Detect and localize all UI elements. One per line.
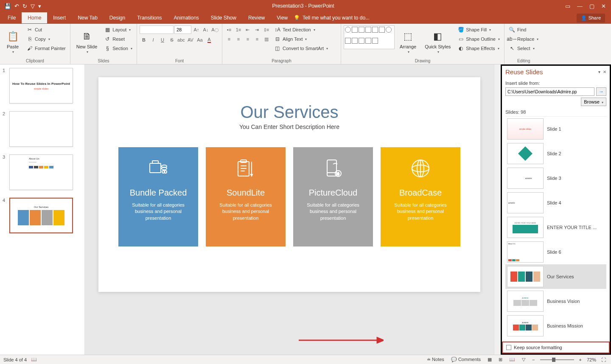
shape-fill-button[interactable]: 🪣Shape Fill▾: [456, 25, 502, 34]
slideshow-view-button[interactable]: ▽: [520, 357, 527, 362]
italic-button[interactable]: I: [149, 36, 157, 44]
reuse-go-button[interactable]: →: [596, 87, 606, 96]
reading-view-button[interactable]: 📖: [507, 357, 517, 362]
minimize-icon[interactable]: —: [577, 3, 583, 9]
reuse-item-4[interactable]: ADMIRESlide 4: [505, 190, 606, 215]
sorter-view-button[interactable]: ⊞: [497, 357, 504, 362]
close-icon[interactable]: ✕: [601, 3, 606, 9]
normal-view-button[interactable]: ▦: [486, 357, 493, 362]
shape-outline-button[interactable]: ▭Shape Outline▾: [456, 35, 502, 43]
zoom-out-button[interactable]: −: [530, 357, 536, 362]
tab-insert[interactable]: Insert: [47, 12, 72, 23]
reuse-slides-list[interactable]: simple slidesSlide 1 Slide 2 ADMIRESlide…: [505, 116, 606, 339]
align-center-button[interactable]: ≡: [234, 35, 243, 43]
reuse-browse-button[interactable]: Browse ▾: [581, 98, 606, 106]
slide-editor[interactable]: Our Services You Can Enter Short Descrip…: [85, 64, 494, 355]
startshow-icon[interactable]: ▽: [31, 3, 35, 9]
slide-thumb-2[interactable]: [9, 111, 73, 147]
replace-button[interactable]: ab↔Replace▾: [507, 35, 540, 43]
font-color-button[interactable]: A: [205, 36, 213, 44]
underline-button[interactable]: U: [158, 36, 167, 44]
reuse-item-8[interactable]: ADMIREBusiness Vision: [505, 289, 606, 314]
quick-styles-button[interactable]: ◧Quick Styles▾: [421, 25, 454, 58]
cut-button[interactable]: ✂Cut: [25, 25, 67, 34]
fit-window-button[interactable]: ⛶: [600, 357, 608, 362]
zoom-in-button[interactable]: +: [577, 357, 583, 362]
format-painter-button[interactable]: 🖌Format Painter: [25, 44, 67, 53]
font-name-input[interactable]: [140, 25, 174, 34]
tab-animations[interactable]: Animations: [168, 12, 205, 23]
new-slide-button[interactable]: 🗎 New Slide ▾: [73, 25, 101, 58]
notes-button[interactable]: ≐ Notes: [425, 357, 446, 362]
section-button[interactable]: §Section▾: [102, 44, 134, 53]
tab-design[interactable]: Design: [104, 12, 131, 23]
reuse-item-3[interactable]: ADMIRESlide 3: [505, 166, 606, 190]
font-size-input[interactable]: [174, 25, 191, 34]
smartart-button[interactable]: ◫Convert to SmartArt▾: [272, 44, 330, 53]
comments-button[interactable]: 💬 Comments: [449, 357, 482, 362]
tab-newtab[interactable]: New Tab: [72, 12, 103, 23]
decrease-font-button[interactable]: A↓: [202, 25, 210, 34]
bullets-button[interactable]: •≡: [225, 25, 233, 34]
layout-button[interactable]: ▦Layout▾: [102, 25, 134, 34]
numbering-button[interactable]: 1≡: [234, 25, 243, 34]
keep-source-formatting-row[interactable]: Keep source formatting: [502, 342, 610, 353]
redo-icon[interactable]: ↻: [22, 3, 27, 9]
slide-canvas[interactable]: Our Services You Can Enter Short Descrip…: [98, 77, 480, 292]
reuse-item-5[interactable]: ENTER YOUR TITLE HEREENTER YOUR TITLE ..…: [505, 215, 606, 240]
save-icon[interactable]: 💾: [4, 3, 11, 9]
reuse-item-7[interactable]: Our Services: [505, 264, 606, 289]
shapes-gallery[interactable]: [344, 25, 395, 49]
slide-subtitle[interactable]: You Can Enter Short Description Here: [239, 123, 339, 130]
clear-format-button[interactable]: A◌: [211, 25, 219, 34]
arrange-button[interactable]: ⬚Arrange▾: [396, 25, 420, 58]
align-right-button[interactable]: ≡: [244, 35, 252, 43]
strikethrough-button[interactable]: S: [168, 36, 176, 44]
find-button[interactable]: 🔍Find: [507, 25, 540, 34]
service-card-2[interactable]: SoundLite Suitable for all categories bu…: [206, 147, 286, 246]
tab-slideshow[interactable]: Slide Show: [205, 12, 242, 23]
slide-title[interactable]: Our Services: [240, 103, 338, 122]
copy-button[interactable]: ⎘Copy▾: [25, 35, 67, 43]
service-card-4[interactable]: BroadCase Suitable for all categories bu…: [381, 147, 460, 246]
keep-source-checkbox[interactable]: [506, 345, 511, 350]
bold-button[interactable]: B: [140, 36, 148, 44]
align-left-button[interactable]: ≡: [225, 35, 233, 43]
shadow-button[interactable]: abc: [177, 36, 185, 44]
tellme-search[interactable]: 💡 Tell me what you want to do...: [294, 15, 370, 21]
qat-dropdown-icon[interactable]: ▾: [38, 3, 41, 9]
pane-dropdown-icon[interactable]: ▾: [598, 70, 600, 74]
zoom-level[interactable]: 72%: [587, 357, 596, 362]
tab-view[interactable]: View: [271, 12, 294, 23]
tab-home[interactable]: Home: [22, 12, 47, 23]
increase-font-button[interactable]: A↑: [192, 25, 201, 34]
reuse-item-9[interactable]: ADMIREBusiness Mission: [505, 314, 606, 338]
tab-transitions[interactable]: Transitions: [131, 12, 168, 23]
slide-thumb-4[interactable]: Our Services: [9, 198, 73, 233]
reuse-path-input[interactable]: [505, 87, 594, 96]
service-card-1[interactable]: Bundle Packed Suitable for all categorie…: [118, 147, 198, 246]
text-direction-button[interactable]: ↕AText Direction▾: [272, 25, 330, 34]
undo-icon[interactable]: ↶: [14, 3, 19, 9]
vertical-scrollbar[interactable]: [494, 64, 501, 355]
share-button[interactable]: 👤 Share: [577, 14, 605, 22]
spacing-button[interactable]: AV: [186, 36, 195, 44]
reset-button[interactable]: ↺Reset: [102, 35, 134, 43]
slide-thumb-3[interactable]: About Us ━━━━━━: [9, 154, 73, 190]
tab-file[interactable]: File: [2, 12, 22, 23]
changecase-button[interactable]: Aa: [196, 36, 204, 44]
zoom-slider[interactable]: [540, 359, 574, 360]
ribbon-display-icon[interactable]: ▭: [565, 3, 570, 9]
service-card-3[interactable]: $ PictureCloud Suitable for all categori…: [293, 147, 373, 246]
columns-button[interactable]: ▥: [262, 35, 271, 43]
slide-thumb-1[interactable]: How To Reuse Slides In PowerPoint simple…: [9, 68, 73, 104]
reuse-item-1[interactable]: simple slidesSlide 1: [505, 117, 606, 141]
decrease-indent-button[interactable]: ⇤: [244, 25, 252, 34]
reuse-item-2[interactable]: Slide 2: [505, 141, 606, 166]
align-text-button[interactable]: ⊟Align Text▾: [272, 35, 330, 43]
slide-thumbnail-panel[interactable]: 1 How To Reuse Slides In PowerPoint simp…: [0, 64, 85, 355]
line-spacing-button[interactable]: ‡≡: [262, 25, 271, 34]
reuse-item-6[interactable]: About UsSlide 6: [505, 240, 606, 264]
select-button[interactable]: ↖Select▾: [507, 44, 540, 53]
tab-review[interactable]: Review: [242, 12, 271, 23]
